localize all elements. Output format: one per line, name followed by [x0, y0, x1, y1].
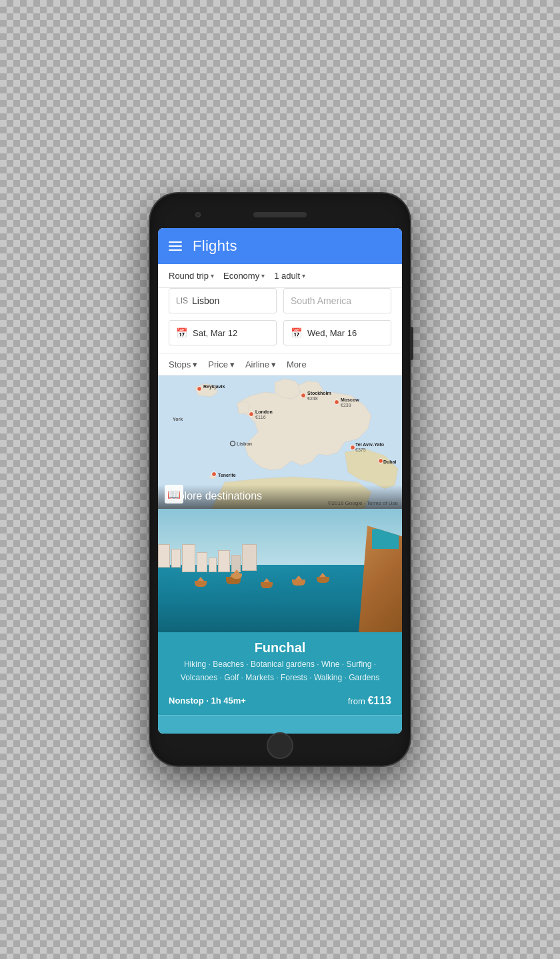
origin-code: LIS: [176, 296, 188, 305]
phone-bottom: [158, 738, 402, 754]
volume-button: [410, 327, 413, 360]
return-calendar-icon: 📅: [291, 327, 302, 338]
stops-filter[interactable]: Stops ▾: [169, 359, 197, 369]
destination-image: [158, 509, 402, 632]
destination-flight-info: Nonstop · 1h 45m+ from €113: [169, 691, 391, 707]
stops-label: Stops: [169, 359, 191, 369]
passengers-label: 1 adult: [274, 271, 300, 281]
svg-text:€239: €239: [341, 403, 351, 407]
svg-text:London: London: [255, 409, 273, 414]
destination-info: Funchal Hiking · Beaches · Botanical gar…: [158, 632, 402, 714]
svg-point-16: [212, 472, 217, 477]
svg-point-2: [197, 387, 202, 391]
destination-card-funchal[interactable]: Funchal Hiking · Beaches · Botanical gar…: [158, 509, 402, 714]
price-from-label: from: [348, 696, 365, 706]
trip-type-label: Round trip: [169, 271, 209, 281]
destination-input[interactable]: South America: [283, 288, 391, 313]
passengers-filter[interactable]: 1 adult ▾: [274, 271, 305, 281]
harbor-buildings: [158, 544, 257, 572]
svg-point-7: [335, 400, 339, 405]
airline-filter[interactable]: Airline ▾: [245, 359, 276, 369]
price-value: €113: [367, 695, 391, 706]
map-book-icon: 📖: [165, 485, 183, 504]
svg-point-4: [301, 393, 306, 398]
app-title: Flights: [193, 237, 237, 255]
price-label: Price: [208, 359, 228, 369]
origin-name: Lisbon: [192, 295, 219, 306]
stops-chevron: ▾: [193, 359, 197, 369]
svg-text:€248: €248: [307, 396, 318, 401]
airline-label: Airline: [245, 359, 269, 369]
filter-row: Round trip ▾ Economy ▾ 1 adult ▾: [158, 264, 402, 288]
svg-text:Lisbon: Lisbon: [237, 441, 252, 446]
svg-point-18: [351, 445, 355, 450]
search-row: LIS Lisbon South America: [158, 288, 402, 320]
svg-text:York: York: [173, 417, 183, 421]
svg-point-10: [249, 412, 254, 417]
svg-point-21: [379, 459, 383, 463]
price-filter[interactable]: Price ▾: [208, 359, 235, 369]
map-copyright: ©2016 Google · Terms of Use: [328, 500, 398, 506]
cabin-class-label: Economy: [223, 271, 259, 281]
destination-placeholder: South America: [291, 295, 351, 306]
depart-date-label: Sat, Mar 12: [193, 328, 237, 338]
boat-1: [195, 581, 207, 587]
depart-date-input[interactable]: 📅 Sat, Mar 12: [169, 320, 277, 345]
more-filter[interactable]: More: [287, 359, 307, 369]
airline-chevron: ▾: [271, 359, 276, 369]
destination-name: Funchal: [169, 640, 391, 656]
earpiece-speaker: [253, 212, 307, 217]
front-camera: [195, 212, 201, 217]
svg-text:€116: €116: [255, 415, 266, 419]
cabin-class-filter[interactable]: Economy ▾: [223, 271, 265, 281]
cabin-class-chevron: ▾: [261, 272, 265, 279]
sub-filter-bar: Stops ▾ Price ▾ Airline ▾ More: [158, 353, 402, 375]
flight-stops: Nonstop · 1h 45m+: [169, 696, 246, 706]
menu-icon[interactable]: [169, 241, 182, 251]
boat-4: [292, 580, 305, 586]
date-row: 📅 Sat, Mar 12 📅 Wed, Mar 16: [158, 320, 402, 353]
svg-text:Tel Aviv-Yafo: Tel Aviv-Yafo: [355, 442, 384, 447]
svg-text:Moscow: Moscow: [341, 397, 359, 402]
depart-calendar-icon: 📅: [176, 327, 187, 338]
phone-top-bar: [158, 205, 402, 224]
more-label: More: [287, 359, 307, 369]
map-section[interactable]: Reykjavik Stockholm €248 Moscow €239 Lon…: [158, 375, 402, 509]
price-chevron: ▾: [230, 359, 235, 369]
return-date-label: Wed, Mar 16: [307, 328, 357, 338]
svg-text:Reykjavik: Reykjavik: [203, 384, 225, 389]
origin-input[interactable]: LIS Lisbon: [169, 288, 277, 313]
passengers-chevron: ▾: [302, 272, 305, 279]
next-card-peek: [158, 715, 402, 734]
svg-text:Tenerife: Tenerife: [218, 473, 236, 477]
boat-3: [261, 582, 273, 588]
svg-text:Stockholm: Stockholm: [307, 391, 331, 395]
trip-type-filter[interactable]: Round trip ▾: [169, 271, 214, 281]
phone-screen: Flights Round trip ▾ Economy ▾ 1 adult ▾…: [158, 228, 402, 733]
svg-text:Dubai: Dubai: [383, 459, 397, 464]
return-date-input[interactable]: 📅 Wed, Mar 16: [283, 320, 391, 345]
svg-text:€375: €375: [355, 447, 366, 452]
phone-frame: Flights Round trip ▾ Economy ▾ 1 adult ▾…: [150, 193, 410, 765]
boat-6: [317, 577, 329, 583]
app-bar: Flights: [158, 228, 402, 264]
trip-type-chevron: ▾: [211, 272, 214, 279]
flight-price: from €113: [348, 695, 391, 707]
destination-tags: Hiking · Beaches · Botanical gardens · W…: [169, 658, 391, 684]
home-button[interactable]: [267, 732, 293, 759]
